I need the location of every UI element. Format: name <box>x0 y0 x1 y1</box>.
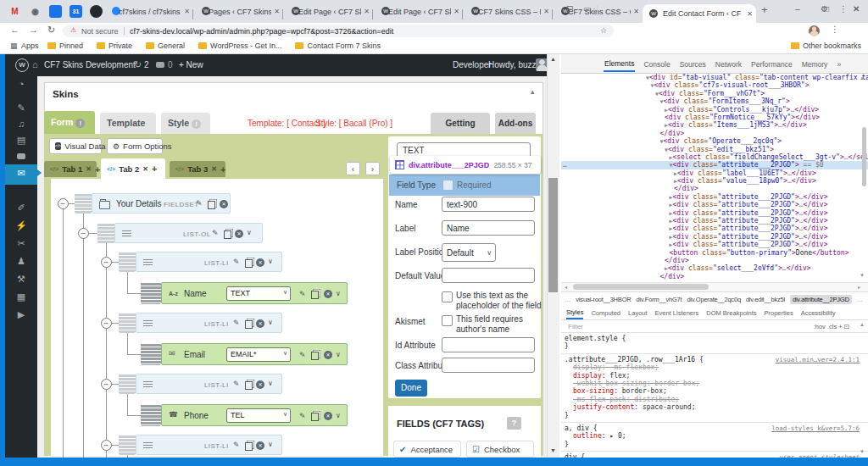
chevron-down-icon[interactable]: ∨ <box>268 258 273 265</box>
browser-tab[interactable]: WEdit Page ‹ CF7 Skins Te✕ <box>375 7 463 20</box>
collapse-node[interactable]: – <box>78 228 89 239</box>
apps-grid-icon[interactable]: ▦ <box>10 42 18 50</box>
cf7-tag-acceptance[interactable]: ✔Acceptance <box>393 441 461 458</box>
browser-tab[interactable]: WPages ‹ CF7 Skins Team✕ <box>195 7 283 20</box>
edit-icon[interactable]: ✎ <box>299 351 306 359</box>
form-tab-2[interactable]: </>Tab 2✕+ <box>101 158 165 179</box>
drag-handle[interactable] <box>119 374 136 394</box>
element-line[interactable]: </div> <box>561 185 868 192</box>
hscroll-thumb[interactable] <box>573 284 709 290</box>
tab-close-icon[interactable]: ✕ <box>633 8 639 15</box>
collapse-node[interactable]: – <box>101 440 112 451</box>
sidebar-item-tools[interactable]: ⚒ <box>5 274 37 285</box>
element-line[interactable]: ▶<div class="Controls___kju7p">…</div> <box>561 106 868 114</box>
label-position-select[interactable]: Default∨ <box>442 243 496 262</box>
styles-scroll-up-icon[interactable]: ▲ <box>860 322 865 327</box>
chevron-down-icon[interactable]: ∨ <box>336 412 341 419</box>
not-secure-warning-icon[interactable]: ⚠ <box>70 26 76 34</box>
breadcrumb-item[interactable]: … <box>857 296 863 303</box>
element-line[interactable]: ▶<div class="attribute___2PJGD">…</div> <box>561 217 868 225</box>
styles-tab-dom-breakpoints[interactable]: DOM Breakpoints <box>706 309 756 317</box>
pinned-tab-gmail[interactable]: M <box>8 5 21 18</box>
element-line[interactable]: ▼<div class="Operate___2qc0q"> <box>561 137 868 145</box>
css-rule[interactable]: element.style {} <box>561 333 868 354</box>
sidebar-item-appearance[interactable]: ✐ <box>5 202 37 214</box>
list-row[interactable]: LIST-OL✎✕∨ <box>114 223 263 243</box>
css-property[interactable]: display: flex; <box>573 372 865 380</box>
element-line[interactable]: ▶<div class="attribute___2PJGD">…</div> <box>561 233 868 241</box>
styles-filter-toggles[interactable]: :hov .cls + ⊡ <box>814 323 849 330</box>
sidebar-item-pages[interactable]: ▤ <box>5 135 37 146</box>
field-row-phone[interactable]: ☎PhoneTEL∨✎✕∨ <box>161 404 348 426</box>
list-row[interactable]: LIST-LI✎✕∨ <box>136 374 282 394</box>
pinned-tab-calendar[interactable]: 31 <box>70 5 82 18</box>
bookmark-folder[interactable]: Contact Form 7 Skins <box>295 42 381 50</box>
tab-add-icon[interactable]: + <box>95 164 100 175</box>
placeholder-checkbox[interactable] <box>442 291 453 302</box>
styles-tab-computed[interactable]: Computed <box>591 309 620 317</box>
field-row-name[interactable]: A-zNameTEXT∨✎✕∨ <box>161 282 348 304</box>
edit-icon[interactable]: ✎ <box>233 441 240 449</box>
address-input[interactable]: ⚠ Not secure cf7-skins-dev.local/wp-admi… <box>63 25 614 37</box>
drag-handle[interactable] <box>141 343 161 365</box>
drag-handle[interactable] <box>141 282 161 304</box>
sidebar-item-media[interactable]: ♫ <box>5 119 37 129</box>
sidebar-item-users[interactable]: ♟ <box>5 256 37 267</box>
sidebar-item-comments[interactable] <box>17 153 25 159</box>
copy-icon[interactable] <box>245 442 253 451</box>
tab-close-icon[interactable]: ✕ <box>274 8 280 15</box>
collapse-node[interactable]: – <box>101 318 112 329</box>
css-property[interactable]: box-sizing: border-box; <box>573 387 865 395</box>
back-button[interactable]: ← <box>10 25 19 35</box>
styles-tab-accessibility[interactable]: Accessibility <box>801 309 836 317</box>
element-line[interactable]: ▶<div class="value___18pw0">…</div> <box>561 177 868 185</box>
copy-icon[interactable] <box>311 352 319 360</box>
tab-close-icon[interactable]: ✕ <box>543 8 549 15</box>
form-options-button[interactable]: ⚙Form Options <box>107 138 163 154</box>
inspect-element-icon[interactable]: ⊡ <box>566 4 573 14</box>
hscroll-left-icon[interactable]: ◂ <box>565 284 567 290</box>
copy-icon[interactable] <box>245 381 253 390</box>
sidebar-item-contact[interactable]: ✉ <box>5 168 37 179</box>
element-line[interactable]: ▼<div id="tab-visual" class="tab-content… <box>561 74 868 81</box>
wordpress-logo-icon[interactable]: W <box>15 58 29 72</box>
not-secure-label[interactable]: Not secure <box>81 27 119 36</box>
styles-rules[interactable]: element.style {}visual.min…ver=2.4.1:1.a… <box>561 333 868 458</box>
delete-icon[interactable]: ✕ <box>256 441 264 450</box>
tab-add-ons[interactable]: Add-ons <box>495 113 536 134</box>
done-button[interactable]: Done <box>395 380 427 397</box>
edit-icon[interactable]: ✎ <box>299 412 306 420</box>
chevron-down-icon[interactable]: ∨ <box>336 290 341 297</box>
element-line[interactable]: ▶<div class="attribute___2PJGD">…</div> <box>561 225 868 232</box>
drag-handle[interactable] <box>75 193 92 214</box>
breadcrumb-item[interactable]: div.Form__vhG7t <box>637 296 682 303</box>
updates-icon[interactable]: ↻ <box>134 59 142 70</box>
css-property[interactable]: outline: ▸ 0; <box>573 432 865 440</box>
tab-close-icon[interactable]: ✕ <box>184 8 190 15</box>
copy-icon[interactable] <box>311 413 319 421</box>
reload-button[interactable]: ↻ <box>47 25 55 36</box>
copy-icon[interactable] <box>245 320 253 329</box>
new-content-menu[interactable]: + New <box>179 60 203 69</box>
url-text[interactable]: cf7-skins-dev.local/wp-admin/admin.php?p… <box>130 27 587 36</box>
developer-menu[interactable]: Developer <box>453 60 492 69</box>
tabs-prev-button[interactable]: ‹ <box>346 162 360 175</box>
css-rule[interactable]: load-styles_k&ver=5.7:6a, div {outline: … <box>561 423 868 452</box>
chevron-down-icon[interactable]: ∨ <box>268 441 273 448</box>
delete-icon[interactable]: ✕ <box>256 319 264 328</box>
drag-handle[interactable] <box>119 252 136 272</box>
tab-close-icon[interactable]: ✕ <box>86 165 92 173</box>
scroll-up-icon[interactable]: ▲ <box>550 56 556 62</box>
element-line[interactable]: ▶<select class="fieldChangeSelect___3gt-… <box>561 153 868 161</box>
element-line[interactable]: </div> <box>561 257 868 264</box>
tabs-next-button[interactable]: › <box>365 162 380 175</box>
form-tab-1[interactable]: </>Tab 1✕+ <box>44 161 97 177</box>
comments-count[interactable]: 0 <box>168 60 173 69</box>
cf7-tag-checkbox[interactable]: ☑Checkbox <box>466 441 534 458</box>
scroll-down-icon[interactable]: ▼ <box>550 447 556 453</box>
element-line[interactable]: </div> <box>561 273 868 280</box>
delete-icon[interactable]: ✕ <box>324 351 332 359</box>
sidebar-item-collapse-menu[interactable]: ▶ <box>5 309 37 320</box>
sidebar-item-dashboard[interactable]: ◔ <box>5 79 37 89</box>
styles-tab-event-listeners[interactable]: Event Listeners <box>655 309 699 317</box>
